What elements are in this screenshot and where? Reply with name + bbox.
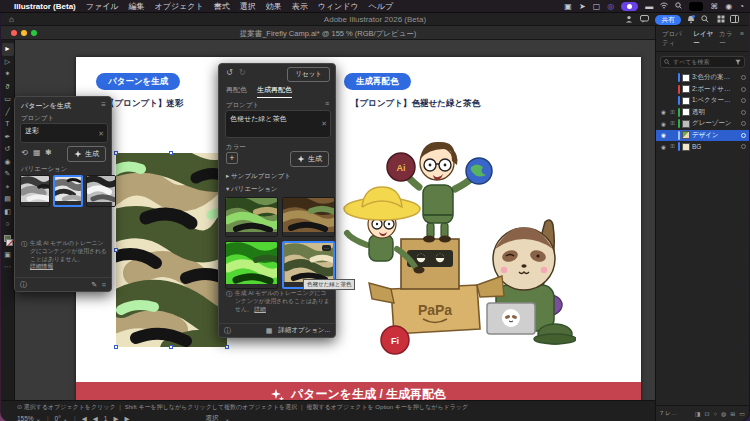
info-icon[interactable]: ⓘ [20, 280, 27, 290]
close-window-button[interactable] [11, 30, 17, 36]
record-ring-icon[interactable]: ◎ [607, 0, 614, 13]
undo-icon[interactable]: ↺ [226, 68, 233, 77]
recolor-variation-thumb[interactable] [225, 241, 278, 289]
menu-edit[interactable]: 編集 [129, 1, 145, 12]
new-layer-icon[interactable]: ⊞ [730, 410, 735, 417]
zoom-level-dropdown[interactable]: 155% ⌄ [17, 415, 41, 421]
new-sublayer-icon[interactable]: ◍ [721, 410, 726, 417]
user-account-icon[interactable] [625, 15, 633, 25]
panel-menu-icon[interactable]: ≡ [101, 100, 106, 109]
selection-handle[interactable] [169, 151, 173, 155]
clear-prompt-icon[interactable]: ✕ [321, 120, 327, 128]
display-icon[interactable]: ▣ [564, 0, 572, 13]
notification-bell-icon[interactable] [687, 15, 695, 26]
settings-gear-icon[interactable]: ✱ [45, 148, 52, 157]
artboard[interactable]: パターンを生成 【プロンプト】迷彩 生成再配色 【プロンプト】色褪せた緑と茶色 [76, 57, 641, 400]
reset-button[interactable]: リセット [287, 67, 330, 82]
layer-target-icon[interactable] [741, 75, 746, 80]
visibility-toggle-icon[interactable]: ◉ [660, 121, 667, 127]
add-color-button[interactable]: + [226, 152, 238, 164]
menu-select[interactable]: 選択 [240, 1, 256, 12]
more-tools-icon[interactable]: ⋯ [2, 261, 14, 274]
menu-type[interactable]: 書式 [214, 1, 230, 12]
type-tool[interactable]: T [2, 118, 14, 131]
pen-tool[interactable]: ✒ [2, 131, 14, 144]
filter-funnel-icon[interactable] [735, 59, 741, 65]
layer-target-icon[interactable] [741, 98, 746, 103]
generate-button[interactable]: 生成 [290, 151, 329, 167]
rotate-tool[interactable]: ↺ [2, 143, 14, 156]
menu-file[interactable]: ファイル [86, 1, 119, 12]
menu-effect[interactable]: 効果 [266, 1, 282, 12]
layer-target-icon[interactable] [741, 87, 746, 92]
layers-search[interactable]: すべてを検索 [660, 56, 745, 68]
selection-tool[interactable]: ► [2, 43, 14, 56]
tab-generative-recolor[interactable]: 生成再配色 [257, 85, 292, 98]
recolor-option-icon[interactable]: ⟲ [21, 148, 28, 157]
recolor-variation-thumb[interactable] [282, 197, 335, 237]
tab-properties[interactable]: プロパティ [662, 30, 687, 48]
layer-target-icon[interactable] [741, 133, 746, 138]
recolor-prompt-input[interactable]: 色褪せた緑と茶色 ✕ [225, 110, 331, 138]
prev-artboard-icon[interactable]: ◀ [93, 415, 98, 421]
artboard-tool[interactable]: ◧ [2, 206, 14, 219]
first-artboard-icon[interactable]: ◀ [82, 415, 87, 421]
window-icon[interactable]: ▢ [593, 0, 601, 13]
options-icon[interactable]: ⌗ [102, 281, 106, 289]
menu-view[interactable]: 表示 [292, 1, 308, 12]
line-tool[interactable]: ╱ [2, 106, 14, 119]
app-status-icon[interactable] [689, 2, 703, 11]
variation-thumb-selected[interactable] [53, 175, 83, 207]
stroke-color-swatch[interactable] [6, 239, 13, 246]
variation-thumb[interactable] [20, 175, 50, 207]
share-button[interactable]: 共有 [655, 15, 681, 25]
zoom-window-button[interactable] [31, 30, 37, 36]
rectangle-tool[interactable]: ▭ [2, 93, 14, 106]
layer-row[interactable]: ◉⚿ BG [656, 141, 749, 153]
status-dropdown-icon[interactable]: ⌄ [224, 415, 229, 421]
generate-button[interactable]: 生成 [67, 146, 106, 162]
dock-menu-icon[interactable]: ≡ [740, 30, 744, 48]
lock-icon[interactable]: ⚿ [669, 109, 676, 116]
prompt-menu-icon[interactable]: ≡ [325, 100, 329, 107]
redo-icon[interactable]: ↻ [239, 68, 246, 77]
edit-icon[interactable]: ✎ [91, 281, 97, 289]
screen-record-pill-icon[interactable] [621, 2, 638, 11]
layer-row[interactable]: ◉⚿ グレーゾーン [656, 118, 749, 130]
pencil-tool[interactable]: ✎ [2, 168, 14, 181]
menu-window[interactable]: ウィンドウ [318, 1, 359, 12]
layer-target-icon[interactable] [741, 121, 746, 126]
advanced-options-link[interactable]: 詳細オプション... [278, 326, 330, 335]
rotation-dropdown[interactable]: 0° ⌄ [55, 415, 68, 421]
workspace-switcher-icon[interactable] [730, 15, 739, 25]
camo-pattern-object[interactable] [116, 153, 227, 347]
variation-thumb[interactable] [86, 175, 116, 207]
locate-object-icon[interactable]: ◨ [695, 410, 701, 417]
delete-layer-icon[interactable]: ▭ [739, 410, 745, 417]
layer-row[interactable]: 3:色分の案… [656, 72, 749, 84]
variations-toggle[interactable]: ▾ バリエーション [226, 185, 278, 194]
selection-handle[interactable] [225, 345, 229, 349]
menu-object[interactable]: オブジェクト [155, 1, 204, 12]
search-icon[interactable] [701, 15, 709, 25]
learn-more-link[interactable]: 詳細 [254, 306, 266, 312]
app-menu[interactable]: Illustrator (Beta) [14, 2, 76, 11]
direct-selection-tool[interactable]: ▷ [2, 56, 14, 69]
artboard-number[interactable]: 1 [104, 415, 108, 421]
visibility-toggle-icon[interactable]: ◉ [660, 132, 667, 138]
wifi-icon[interactable] [660, 0, 668, 13]
zoom-tool[interactable]: ○ [2, 218, 14, 231]
spotlight-icon[interactable] [675, 0, 682, 13]
info-icon[interactable]: ⓘ [224, 326, 231, 336]
siri-icon[interactable]: ◉ [725, 0, 732, 13]
layer-row[interactable]: 1:ベクター… [656, 95, 749, 107]
minimize-window-button[interactable] [21, 30, 27, 36]
lock-icon[interactable]: ⚿ [669, 120, 676, 127]
recolor-variation-thumb[interactable] [225, 197, 278, 237]
tab-layers[interactable]: レイヤー [693, 30, 713, 48]
selection-handle[interactable] [114, 345, 118, 349]
menu-help[interactable]: ヘルプ [369, 1, 394, 12]
layer-row[interactable]: ◉⚿ 透明 [656, 107, 749, 119]
cursor-icon[interactable]: ➤ [579, 0, 586, 13]
grid-option-icon[interactable]: ▦ [33, 148, 41, 157]
